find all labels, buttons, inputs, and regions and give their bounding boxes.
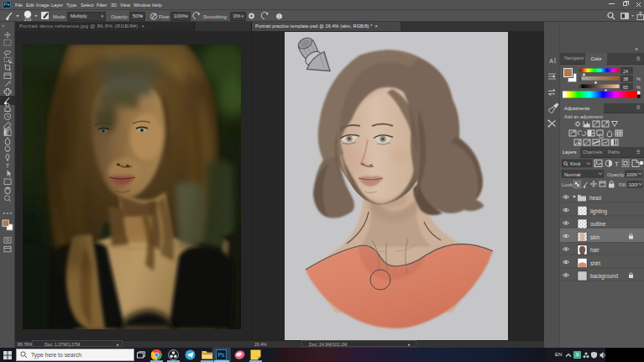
svg-text:outline: outline	[590, 221, 606, 227]
svg-text:T: T	[6, 162, 10, 170]
svg-text:H: H	[579, 68, 582, 73]
svg-text:hair: hair	[590, 247, 599, 253]
svg-text:Fill:: Fill:	[619, 182, 627, 187]
svg-text:T: T	[615, 160, 619, 168]
svg-text:Normal: Normal	[564, 172, 580, 177]
svg-text:24: 24	[623, 69, 628, 74]
svg-text:S: S	[579, 76, 582, 81]
svg-text:lighting: lighting	[590, 208, 607, 215]
svg-text:skin: skin	[590, 234, 600, 240]
svg-text:background: background	[590, 273, 618, 280]
svg-text:65: 65	[623, 85, 628, 90]
svg-text:B: B	[579, 84, 582, 89]
svg-text:38: 38	[623, 76, 628, 81]
svg-text:%: %	[636, 85, 641, 90]
svg-text:shirt: shirt	[590, 260, 600, 266]
svg-text:A: A	[549, 58, 553, 64]
svg-text:%: %	[636, 76, 641, 81]
svg-text:head: head	[589, 195, 602, 201]
svg-text:Opacity:: Opacity:	[607, 172, 626, 177]
svg-text:Lock:: Lock:	[562, 182, 574, 187]
svg-text:»: »	[2, 23, 5, 28]
svg-text:Kind: Kind	[570, 161, 580, 166]
